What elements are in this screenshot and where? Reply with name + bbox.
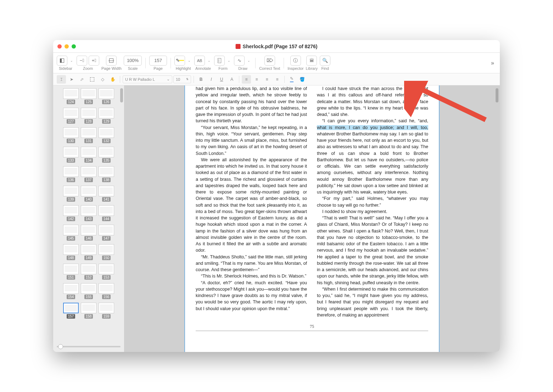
document-scrollbar[interactable] — [496, 88, 498, 102]
toolbar-overflow-button[interactable]: » — [489, 60, 496, 66]
select-tool-button[interactable]: ⬀ — [77, 75, 86, 84]
page-thumbnail[interactable]: 156 — [99, 283, 114, 299]
page-thumbnail[interactable]: 140 — [81, 186, 96, 202]
page-thumbnail[interactable]: 126 — [99, 88, 114, 104]
page-thumbnail[interactable]: 159 — [99, 303, 114, 319]
draw-button[interactable]: ∿ — [234, 56, 245, 66]
page-thumbnail[interactable]: 125 — [81, 88, 96, 104]
marquee-tool-button[interactable] — [88, 75, 97, 84]
document-viewport[interactable]: had given him a pendulous lip, and a too… — [124, 85, 500, 352]
highlight-dropdown[interactable]: ⌄ — [186, 59, 192, 62]
page-thumbnail[interactable]: 137 — [81, 166, 96, 182]
thumbnail-page-number: 127 — [67, 119, 76, 124]
correct-text-button[interactable]: ⌦ — [264, 56, 275, 66]
form-dropdown[interactable]: ⌄ — [226, 59, 232, 62]
close-window-button[interactable] — [57, 44, 62, 49]
page-width-button[interactable] — [106, 56, 117, 66]
zoom-in-button[interactable]: +⃝ — [89, 56, 99, 66]
annotate-label: Annotate — [195, 66, 211, 71]
page-thumbnail[interactable]: 129 — [99, 108, 114, 124]
sidebar-toggle-button[interactable] — [57, 56, 67, 66]
thumbnail-page-number: 145 — [67, 236, 76, 241]
scale-input[interactable]: 100% — [124, 56, 142, 66]
inspector-button[interactable]: ⓘ — [290, 56, 301, 66]
page-thumbnail[interactable]: 152 — [81, 264, 96, 280]
page-thumbnail[interactable]: 155 — [81, 283, 96, 299]
hand-tool-button[interactable]: ✋ — [108, 75, 117, 84]
arrow-tool-button[interactable]: ➤ — [67, 75, 76, 84]
page-input[interactable]: 157 — [149, 56, 167, 66]
page-thumbnail[interactable]: 157 — [63, 303, 79, 319]
thumbnail-list[interactable]: 1241251261271281291301311321331341351361… — [53, 85, 124, 341]
underline-button[interactable]: U — [217, 75, 226, 84]
thumbnail-page-number: 141 — [102, 197, 111, 202]
page-thumbnail[interactable]: 136 — [63, 166, 79, 182]
library-button[interactable]: 🏛 — [306, 56, 317, 66]
app-window: Sherlock.pdf (Page 157 of 8276) ⌄ Sideba… — [53, 40, 500, 352]
page-thumbnail[interactable]: 148 — [63, 244, 79, 260]
page-thumbnail[interactable]: 149 — [81, 244, 96, 260]
eraser-tool-button[interactable]: ◇ — [98, 75, 107, 84]
thumbnail-zoom-slider[interactable] — [53, 341, 124, 352]
bold-button[interactable]: B — [196, 75, 206, 84]
page-thumbnail[interactable]: 135 — [99, 147, 114, 163]
page-thumbnail[interactable]: 128 — [81, 108, 96, 124]
sidebar-scrollbar[interactable] — [120, 88, 123, 102]
right-column: I could have struck the man across the f… — [317, 85, 428, 318]
page-thumbnail[interactable]: 144 — [99, 205, 114, 221]
page-thumbnail[interactable]: 138 — [99, 166, 114, 182]
page-thumbnail[interactable]: 154 — [63, 283, 79, 299]
cursor-icon: ➤ — [70, 77, 73, 82]
fill-color-button[interactable]: 🪣 — [297, 75, 307, 84]
page-thumbnail[interactable]: 141 — [99, 186, 114, 202]
thumbnail-page-number: 153 — [102, 275, 111, 280]
text-tool-button[interactable]: 𝙸 — [57, 75, 66, 84]
page-thumbnail[interactable]: 147 — [99, 225, 114, 241]
format-toolbar: 𝙸 ➤ ⬀ ◇ ✋ U R W Palladio L⌄ 10⇅ B I U A … — [53, 73, 500, 85]
thumbnail-page-number: 152 — [84, 275, 93, 280]
thumbnail-page-number: 129 — [102, 119, 111, 124]
find-button[interactable]: 🔍 — [320, 56, 330, 66]
page-thumbnail[interactable]: 132 — [99, 127, 114, 143]
page-thumbnail[interactable]: 131 — [81, 127, 96, 143]
annotate-button[interactable]: AB — [194, 56, 205, 66]
page-thumbnail[interactable]: 124 — [63, 88, 79, 104]
align-right-button[interactable]: ≡ — [262, 75, 272, 84]
highlight-button[interactable]: ✎ — [174, 56, 185, 66]
sidebar-dropdown[interactable]: ⌄ — [69, 59, 74, 62]
text-color-button[interactable]: A — [227, 75, 236, 84]
align-left-button[interactable]: ≡ — [242, 75, 251, 84]
zoom-out-button[interactable]: −⃝ — [77, 56, 87, 66]
slider-knob[interactable] — [58, 344, 63, 349]
page-thumbnail[interactable]: 151 — [63, 264, 79, 280]
body-text: I could have struck the man across the f… — [317, 85, 428, 118]
align-right-icon: ≡ — [266, 77, 268, 82]
page-thumbnail[interactable]: 150 — [99, 244, 114, 260]
page-thumbnail[interactable]: 146 — [81, 225, 96, 241]
fullscreen-window-button[interactable] — [72, 44, 76, 49]
form-button[interactable] — [214, 56, 225, 66]
highlighted-text: what is more, I can do you justice; and … — [317, 125, 428, 130]
page-thumbnail[interactable]: 153 — [99, 264, 114, 280]
body-text: “When I first determined to make this co… — [317, 286, 428, 318]
page-thumbnail[interactable]: 158 — [81, 303, 96, 319]
page-thumbnail[interactable]: 130 — [63, 127, 79, 143]
align-center-button[interactable]: ≡ — [252, 75, 261, 84]
font-selector[interactable]: U R W Palladio L⌄ — [123, 75, 172, 83]
page-thumbnail[interactable]: 139 — [63, 186, 79, 202]
page-thumbnail[interactable]: 134 — [81, 147, 96, 163]
page-thumbnail[interactable]: 133 — [63, 147, 79, 163]
minimize-window-button[interactable] — [65, 44, 69, 49]
annotate-dropdown[interactable]: ⌄ — [206, 59, 212, 62]
page-thumbnail[interactable]: 145 — [63, 225, 79, 241]
page-thumbnail[interactable]: 142 — [63, 205, 79, 221]
thumbnail-page-number: 133 — [67, 158, 76, 163]
page-thumbnail[interactable]: 127 — [63, 108, 79, 124]
align-justify-button[interactable]: ≡ — [273, 75, 282, 84]
stroke-color-button[interactable]: ✎ — [287, 75, 296, 84]
page-thumbnail[interactable]: 143 — [81, 205, 96, 221]
thumbnail-page-number: 134 — [84, 158, 93, 163]
italic-button[interactable]: I — [207, 75, 216, 84]
draw-dropdown[interactable]: ⌄ — [246, 59, 252, 62]
font-size-selector[interactable]: 10⇅ — [173, 75, 191, 83]
